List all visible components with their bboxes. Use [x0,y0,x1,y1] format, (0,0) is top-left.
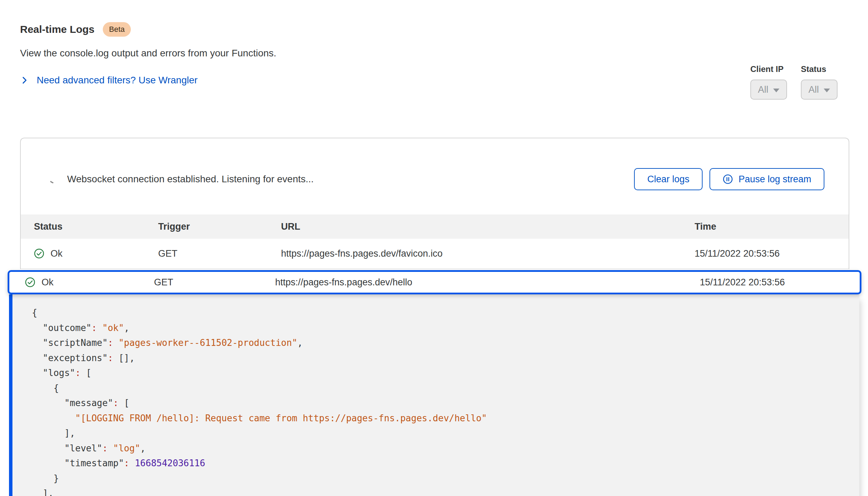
log-json-line: } [32,471,846,486]
filters: Client IP All Status All [750,64,838,100]
url-cell: https://pages-fns.pages.dev/hello [275,277,700,288]
log-json-line: "message": [ [32,396,846,411]
trigger-cell: GET [154,277,275,288]
trigger-cell: GET [158,248,281,259]
column-header-url: URL [281,221,695,232]
status-filter-label: Status [801,64,838,74]
log-json-line: "logs": [ [32,366,846,381]
websocket-status: Websocket connection established. Listen… [48,174,314,185]
log-json-line: "exceptions": [], [32,351,846,366]
status-cell: Ok [25,277,154,288]
status-text: Ok [42,277,54,288]
status-filter-dropdown[interactable]: All [801,80,838,100]
log-json-line: ], [32,486,846,496]
column-header-time: Time [695,221,838,232]
log-json-line: ], [32,426,846,441]
filter-client-ip: Client IP All [750,64,787,100]
check-circle-icon [25,277,35,287]
clear-logs-label: Clear logs [647,174,689,185]
log-json-line: "timestamp": 1668542036116 [32,456,846,471]
realtime-logs-page: Real-time Logs Beta View the console.log… [0,0,868,496]
log-json-line: "level": "log", [32,441,846,456]
log-json-line: "scriptName": "pages-worker--611502-prod… [32,336,846,351]
client-ip-filter-dropdown[interactable]: All [750,80,787,100]
title-row: Real-time Logs Beta [20,22,848,37]
dropdown-caret-icon [824,89,830,92]
log-json-line: "[LOGGING FROM /hello]: Request came fro… [32,411,846,426]
websocket-status-text: Websocket connection established. Listen… [67,174,314,185]
pause-log-stream-button[interactable]: Pause log stream [709,168,824,190]
time-cell: 15/11/2022 20:53:56 [695,248,838,259]
toolbar-buttons: Clear logs Pause log stream [634,168,824,190]
status-filter-value: All [808,84,819,95]
logs-toolbar: Websocket connection established. Listen… [21,138,849,214]
page-subtitle: View the console.log output and errors f… [20,48,848,59]
pause-icon [723,174,733,184]
column-header-trigger: Trigger [158,221,281,232]
expanded-log-row[interactable]: Ok GET https://pages-fns.pages.dev/hello… [8,270,861,294]
logs-panel: Websocket connection established. Listen… [20,138,849,269]
table-header: Status Trigger URL Time [21,214,849,239]
time-cell: 15/11/2022 20:53:56 [700,277,860,288]
log-json-line: { [32,381,846,396]
page-title: Real-time Logs [20,24,94,35]
url-cell: https://pages-fns.pages.dev/favicon.ico [281,248,695,259]
expanded-log-entry: Ok GET https://pages-fns.pages.dev/hello… [8,270,861,496]
status-text: Ok [51,248,63,259]
wrangler-link-row[interactable]: Need advanced filters? Use Wrangler [20,75,848,86]
log-json-line: "outcome": "ok", [32,321,846,336]
dropdown-caret-icon [773,89,779,92]
filter-status: Status All [801,64,838,100]
pause-log-stream-label: Pause log stream [739,174,811,185]
status-cell: Ok [34,248,158,259]
client-ip-filter-label: Client IP [750,64,787,74]
table-row[interactable]: Ok GET https://pages-fns.pages.dev/favic… [21,239,849,269]
log-json-line: { [32,305,846,321]
clear-logs-button[interactable]: Clear logs [634,168,703,190]
chevron-right-icon [20,76,29,85]
log-json-detail: { "outcome": "ok", "scriptName": "pages-… [9,294,859,496]
page-header: Real-time Logs Beta View the console.log… [0,0,868,86]
client-ip-filter-value: All [758,84,768,95]
beta-badge: Beta [103,22,131,37]
spinner-icon [48,174,59,184]
check-circle-icon [34,248,44,259]
wrangler-link[interactable]: Need advanced filters? Use Wrangler [37,75,198,86]
column-header-status: Status [34,221,158,232]
